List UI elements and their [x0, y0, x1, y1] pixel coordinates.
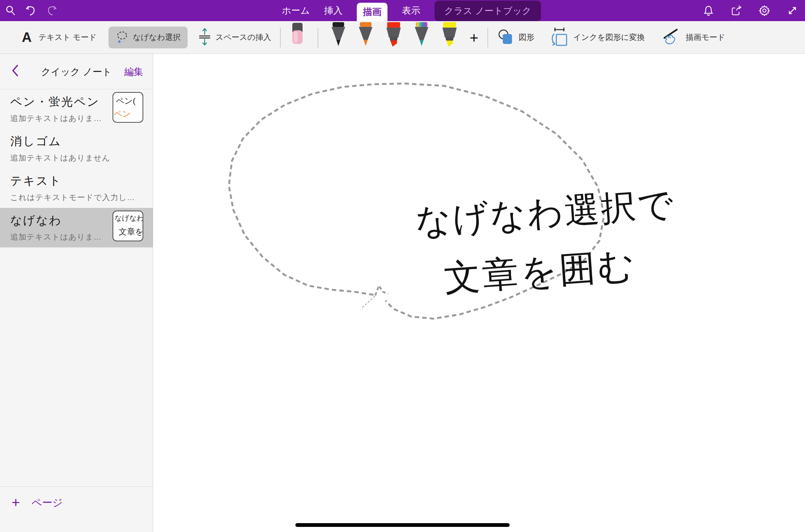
lasso-select-label: なげなわ選択 [133, 32, 181, 43]
share-icon[interactable] [731, 5, 742, 16]
text-mode-label: テキスト モード [39, 32, 97, 43]
pen-tray: + [290, 21, 479, 54]
onenote-app-window: ホーム 挿入 描画 表示 クラス ノートブック [0, 0, 805, 532]
page-list: ペン・蛍光ペン 追加テキストはありま… ペン( ペン 消しゴム 追加テキストはあ… [0, 89, 153, 247]
tab-home[interactable]: ホーム [282, 4, 310, 17]
insert-space-button[interactable]: スペースの挿入 [198, 28, 271, 47]
add-pen-button[interactable]: + [470, 30, 479, 45]
shapes-button[interactable]: 図形 [497, 28, 535, 47]
insert-space-icon [198, 28, 211, 47]
handwritten-ink-line[interactable]: なげなわ選択で [414, 181, 676, 246]
home-indicator-bar[interactable] [295, 523, 510, 527]
shapes-label: 図形 [519, 32, 535, 43]
page-title-ink: 消しゴム [10, 134, 153, 149]
page-subtitle: これはテキストモードで入力し… [10, 192, 153, 203]
ink-to-shape-button[interactable]: インクを図形に変換 [550, 27, 645, 48]
page-list-item[interactable]: ペン・蛍光ペン 追加テキストはありま… ペン( ペン [0, 89, 153, 129]
settings-gear-icon[interactable] [759, 5, 770, 16]
page-list-item[interactable]: テキスト これはテキストモードで入力し… [0, 168, 153, 208]
rainbow-pen-tool[interactable] [414, 22, 429, 48]
toolbar-divider [318, 28, 318, 48]
page-thumbnail: ペン( ペン [113, 92, 143, 123]
tab-insert[interactable]: 挿入 [324, 4, 342, 17]
draw-mode-button[interactable]: 描画モード [661, 28, 725, 47]
page-subtitle: 追加テキストはありません [10, 153, 153, 163]
handwritten-ink-line[interactable]: 文章を囲む [442, 241, 638, 303]
shapes-icon [497, 28, 514, 47]
sidebar-header: クイック ノート 編集 [0, 54, 153, 89]
draw-ribbon-toolbar: A テキスト モード なげなわ選択 スペースの挿入 [0, 21, 805, 54]
add-page-label: ページ [32, 496, 63, 510]
page-thumbnail: なげなわ 文章を [113, 211, 143, 241]
topbar-right-icons [703, 0, 798, 21]
text-mode-a-icon: A [22, 30, 32, 45]
draw-mode-hand-pen-icon [661, 28, 681, 47]
ink-to-shape-label: インクを図形に変換 [573, 32, 645, 43]
note-canvas[interactable]: なげなわ選択で 文章を囲む [153, 54, 805, 532]
plus-icon: + [12, 496, 20, 510]
draw-mode-label: 描画モード [686, 32, 725, 43]
tab-class-notebook[interactable]: クラス ノートブック [435, 1, 541, 21]
top-app-bar: ホーム 挿入 描画 表示 クラス ノートブック [0, 0, 805, 21]
sidebar-footer: + ページ [0, 486, 153, 532]
ribbon-tabs: ホーム 挿入 描画 表示 クラス ノートブック [282, 0, 541, 21]
lasso-icon [115, 31, 129, 44]
red-highlighter-tool[interactable] [385, 22, 402, 48]
page-list-sidebar: クイック ノート 編集 ペン・蛍光ペン 追加テキストはありま… ペン( ペン 消… [0, 54, 153, 532]
page-title-ink: テキスト [10, 173, 153, 189]
black-pen-tool[interactable] [331, 22, 346, 48]
edit-link[interactable]: 編集 [124, 65, 143, 78]
page-list-item-selected[interactable]: なげなわ 追加テキストはありま… なげなわ 文章を [0, 208, 153, 247]
undo-icon[interactable] [25, 5, 37, 16]
page-list-item[interactable]: 消しゴム 追加テキストはありません [0, 129, 153, 168]
search-icon[interactable] [5, 5, 16, 16]
text-mode-button[interactable]: A テキスト モード [0, 30, 97, 45]
notifications-bell-icon[interactable] [703, 5, 714, 16]
yellow-highlighter-tool[interactable] [441, 22, 458, 48]
redo-icon[interactable] [46, 5, 57, 16]
insert-space-label: スペースの挿入 [216, 32, 271, 43]
lasso-select-button[interactable]: なげなわ選択 [108, 27, 188, 48]
orange-pen-tool[interactable] [358, 22, 374, 48]
ink-to-shape-icon [550, 27, 569, 48]
add-page-button[interactable]: + ページ [12, 496, 63, 510]
toolbar-divider [280, 28, 281, 47]
fullscreen-icon[interactable] [787, 5, 798, 16]
tab-view[interactable]: 表示 [402, 4, 420, 17]
eraser-tool[interactable] [290, 22, 305, 46]
toolbar-divider [487, 28, 488, 47]
topbar-left-icons [5, 0, 57, 21]
tab-draw[interactable]: 描画 [357, 3, 387, 21]
